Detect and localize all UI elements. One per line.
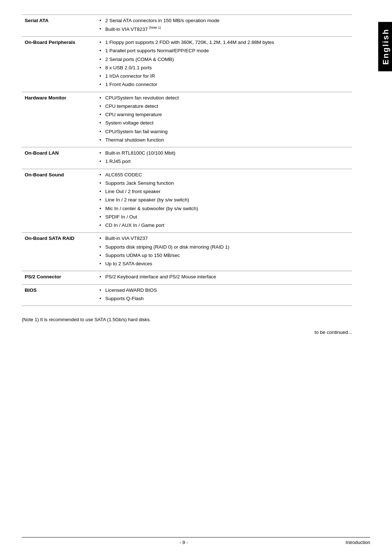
spec-item: 2 Serial ATA connectors in 150 MB/s oper…	[98, 17, 349, 24]
table-row: On-Board Peripherals1 Floppy port suppor…	[22, 37, 352, 92]
main-content: Serial ATA2 Serial ATA connectors in 150…	[22, 15, 352, 335]
continued-text: to be continued...	[22, 330, 352, 335]
spec-item: Mic In / center & subwoofer (by s/w swit…	[98, 205, 349, 212]
table-row: Hardware MonitorCPU/System fan revolutio…	[22, 92, 352, 147]
spec-item: CPU/System fan revolution detect	[98, 94, 349, 102]
spec-label: On-Board SATA RAID	[22, 233, 94, 271]
spec-item: Supports Q-Flash	[98, 295, 349, 302]
spec-item: 1 Floppy port supports 2 FDD with 360K, …	[98, 39, 349, 46]
table-row: On-Board LANBuilt-in RTL8100C (10/100 Mb…	[22, 147, 352, 169]
spec-value: Built-in RTL8100C (10/100 Mbit)1 RJ45 po…	[94, 147, 352, 169]
table-row: BIOSLicensed AWARD BIOSSupports Q-Flash	[22, 284, 352, 306]
spec-item: SPDIF In / Out	[98, 213, 349, 221]
page-container: English Serial ATA2 Serial ATA connector…	[0, 0, 392, 556]
spec-item: Built-in VIA VT8237 (Note 1)	[98, 25, 349, 33]
note-section: (Note 1) It is recommended to use SATA (…	[22, 317, 352, 322]
spec-item: Licensed AWARD BIOS	[98, 287, 349, 294]
spec-item: 8 x USB 2.0/1.1 ports	[98, 64, 349, 71]
note-text: (Note 1) It is recommended to use SATA (…	[22, 317, 151, 322]
spec-item: Supports disk striping (RAID 0) or disk …	[98, 244, 349, 251]
spec-item: 1 RJ45 port	[98, 158, 349, 165]
spec-item: CPU warning temperature	[98, 111, 349, 118]
table-row: PS/2 ConnectorPS/2 Keyboard interface an…	[22, 271, 352, 284]
spec-value: CPU/System fan revolution detectCPU temp…	[94, 92, 352, 147]
spec-value: 1 Floppy port supports 2 FDD with 360K, …	[94, 37, 352, 92]
spec-label: On-Board LAN	[22, 147, 94, 169]
spec-item: Supports UDMA up to 150 MB/sec	[98, 252, 349, 259]
spec-item: Line Out / 2 front speaker	[98, 188, 349, 195]
spec-item: PS/2 Keyboard interface and PS/2 Mouse i…	[98, 273, 349, 281]
spec-table: Serial ATA2 Serial ATA connectors in 150…	[22, 15, 352, 306]
spec-item: CPU temperature detect	[98, 103, 349, 110]
footer-page: - 9 -	[22, 540, 346, 545]
table-row: On-Board SoundALC655 CODECSupports Jack …	[22, 169, 352, 233]
spec-item: 1 Front Audio connector	[98, 81, 349, 88]
spec-label: BIOS	[22, 284, 94, 306]
spec-item: 2 Serial ports (COMA & COMB)	[98, 56, 349, 63]
spec-item: CD In / AUX In / Game port	[98, 222, 349, 229]
spec-label: On-Board Sound	[22, 169, 94, 233]
spec-value: Built-in VIA VT8237Supports disk stripin…	[94, 233, 352, 271]
table-row: Serial ATA2 Serial ATA connectors in 150…	[22, 15, 352, 37]
spec-item: System voltage detect	[98, 119, 349, 127]
spec-label: Serial ATA	[22, 15, 94, 37]
side-tab-english: English	[378, 22, 392, 71]
spec-label: On-Board Peripherals	[22, 37, 94, 92]
spec-item: ALC655 CODEC	[98, 171, 349, 179]
spec-item: 1 IrDA connector for IR	[98, 73, 349, 80]
table-row: On-Board SATA RAIDBuilt-in VIA VT8237Sup…	[22, 233, 352, 271]
spec-label: PS/2 Connector	[22, 271, 94, 284]
spec-value: ALC655 CODECSupports Jack Sensing functi…	[94, 169, 352, 233]
spec-item: CPU/System fan fail warning	[98, 128, 349, 135]
spec-item: Thermal shutdown function	[98, 136, 349, 144]
spec-item: Built-in VIA VT8237	[98, 235, 349, 242]
spec-value: 2 Serial ATA connectors in 150 MB/s oper…	[94, 15, 352, 37]
spec-label: Hardware Monitor	[22, 92, 94, 147]
footer-label: Introduction	[346, 540, 370, 545]
footer: - 9 - Introduction	[22, 537, 370, 545]
spec-item: Line In / 2 rear speaker (by s/w switch)	[98, 196, 349, 204]
spec-item: 1 Parallel port supports Normal/EPP/ECP …	[98, 47, 349, 54]
spec-item: Supports Jack Sensing function	[98, 180, 349, 187]
spec-value: PS/2 Keyboard interface and PS/2 Mouse i…	[94, 271, 352, 284]
spec-value: Licensed AWARD BIOSSupports Q-Flash	[94, 284, 352, 306]
spec-item: Up to 2 SATA devices	[98, 260, 349, 267]
spec-item: Built-in RTL8100C (10/100 Mbit)	[98, 150, 349, 157]
